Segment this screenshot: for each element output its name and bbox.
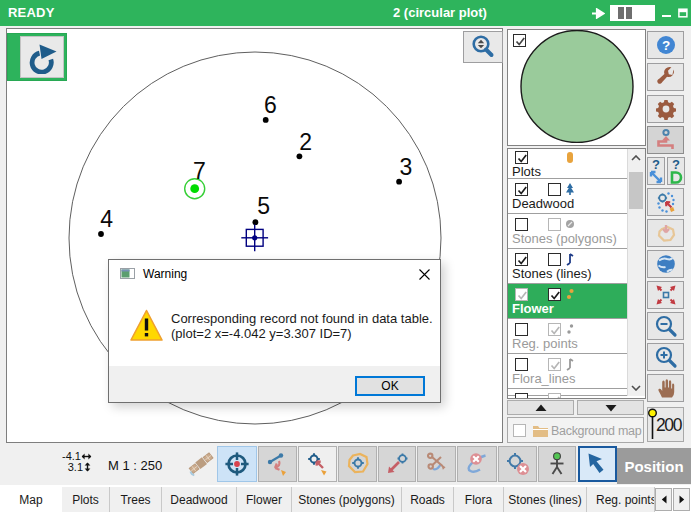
satellite-button[interactable] (183, 446, 219, 482)
gear-icon (654, 97, 678, 121)
map-point-7[interactable]: 7 (185, 158, 206, 199)
gps-pole-icon (654, 128, 678, 152)
layer-checkbox[interactable] (515, 253, 528, 266)
tolerance-slider[interactable]: 200 (647, 407, 684, 442)
layer-row-Deadwood[interactable]: Deadwood (508, 179, 628, 214)
pan-hand-button[interactable] (647, 374, 684, 402)
layer-row-Stones (polygons)[interactable]: Stones (polygons) (508, 214, 628, 249)
move-vertex-icon (305, 451, 331, 477)
ok-button[interactable]: OK (355, 376, 425, 396)
layer-checkbox[interactable] (515, 151, 528, 164)
tab-roads[interactable]: Roads (402, 487, 454, 512)
delete-point-button[interactable] (498, 446, 537, 482)
scissors-button[interactable] (417, 446, 456, 482)
zoom-in-button[interactable] (647, 343, 684, 371)
layer-checkbox[interactable] (515, 393, 528, 399)
layer-name: Stones (lines) (512, 266, 591, 281)
help-button[interactable]: ? (647, 31, 684, 59)
tab-scroll-left-button[interactable] (655, 488, 672, 511)
layers-scrollbar[interactable] (627, 149, 645, 396)
layer-checkbox[interactable] (548, 218, 561, 231)
scrollbar-down-icon[interactable] (628, 379, 644, 396)
dialog-title-bar[interactable]: Warning (109, 260, 440, 289)
stones-lines-icon (564, 252, 576, 267)
scrollbar-up-icon[interactable] (628, 149, 644, 166)
map-point-3[interactable]: 3 (396, 154, 412, 184)
zoom-out-button[interactable] (647, 312, 684, 340)
query-move-icon: ? (648, 158, 664, 184)
layer-row-Flower[interactable]: Flower (508, 284, 628, 319)
gps-pole-button[interactable] (647, 126, 684, 154)
dialog-close-button[interactable] (414, 265, 434, 283)
layer-row-partial[interactable] (508, 389, 628, 396)
tab-deadwood[interactable]: Deadwood (162, 487, 237, 512)
layer-checkbox[interactable] (515, 218, 528, 231)
layer-checkbox[interactable] (548, 323, 561, 336)
restore-icon[interactable] (678, 8, 688, 18)
layer-checkbox[interactable] (515, 358, 528, 371)
position-button[interactable]: Position (617, 448, 691, 484)
layer-checkbox[interactable] (548, 253, 561, 266)
wrench-button[interactable] (647, 63, 684, 91)
layer-down-button[interactable] (577, 400, 644, 415)
help-icon: ? (654, 33, 678, 57)
select-arrow-button[interactable] (578, 446, 617, 482)
preview-checkbox[interactable] (513, 34, 526, 47)
zoom-select-button[interactable] (463, 31, 503, 63)
chevron-left-icon (661, 495, 667, 504)
layer-checkbox[interactable] (548, 393, 561, 399)
query-move-button[interactable]: ? (647, 157, 665, 185)
layer-checkbox[interactable] (548, 288, 561, 301)
tab-scroll-right-button[interactable] (673, 488, 690, 511)
pause-bar (618, 7, 624, 19)
zoom-in-icon (654, 345, 678, 369)
tab-map[interactable]: Map (0, 486, 62, 514)
layer-row-Reg. points[interactable]: Reg. points (508, 319, 628, 354)
layer-row-Flora_lines[interactable]: Flora_lines (508, 354, 628, 389)
zoom-extent-button[interactable] (647, 281, 684, 309)
layer-row-Plots[interactable]: Plots (508, 149, 628, 179)
tab-plots[interactable]: Plots (62, 487, 110, 512)
layer-checkbox[interactable] (515, 323, 528, 336)
layer-row-Stones (lines)[interactable]: Stones (lines) (508, 249, 628, 284)
scrollbar-thumb[interactable] (629, 172, 643, 209)
gear-button[interactable] (647, 95, 684, 123)
redo-button[interactable] (7, 33, 67, 81)
tab-flower[interactable]: Flower (237, 487, 292, 512)
zoom-out-icon (654, 314, 678, 338)
tab-stones-polygons-[interactable]: Stones (polygons) (292, 487, 402, 512)
tab-label: Stones (lines) (508, 493, 581, 507)
forward-arrow-icon[interactable] (592, 8, 605, 19)
map-point-6[interactable]: 6 (263, 92, 277, 123)
tab-reg-points[interactable]: Reg. points (587, 487, 655, 512)
polygon-target-button[interactable] (338, 446, 377, 482)
globe-button[interactable] (647, 250, 684, 278)
map-point-4[interactable]: 4 (98, 206, 113, 237)
delete-line-button[interactable] (457, 446, 497, 482)
move-vertex-button[interactable] (298, 446, 337, 482)
layer-checkbox[interactable] (515, 288, 528, 301)
map-canvas[interactable]: 623745 (6, 28, 503, 443)
layer-checkbox[interactable] (548, 358, 561, 371)
layer-up-button[interactable] (507, 400, 574, 415)
gps-target-button[interactable] (217, 446, 257, 482)
navigate-point-button[interactable] (647, 188, 684, 216)
tab-stones-lines-[interactable]: Stones (lines) (504, 487, 587, 512)
pause-button[interactable] (610, 5, 655, 21)
layer-checkbox[interactable] (548, 183, 561, 196)
tab-trees[interactable]: Trees (110, 487, 162, 512)
person-button[interactable] (538, 446, 576, 482)
snap-polygon-button[interactable] (647, 219, 684, 247)
background-map-checkbox[interactable] (513, 424, 526, 437)
cursor-coordinates: -4.1 3.1 (40, 451, 92, 473)
line-vertex-button[interactable] (258, 446, 297, 482)
query-data-button[interactable]: ? (667, 157, 685, 185)
map-point-5[interactable]: 5 (253, 193, 270, 225)
layer-checkbox[interactable] (515, 183, 528, 196)
delete-line-icon (463, 450, 491, 478)
move-point-button[interactable] (378, 446, 416, 482)
map-point-2[interactable]: 2 (297, 129, 312, 160)
minimize-icon[interactable] (662, 15, 671, 17)
tab-flora[interactable]: Flora (454, 487, 504, 512)
satellite-icon (186, 449, 216, 479)
